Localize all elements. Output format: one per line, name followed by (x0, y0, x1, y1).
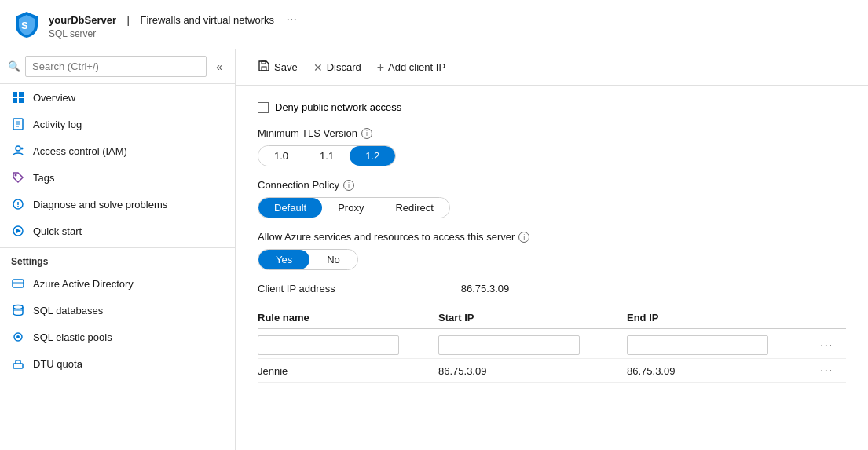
sidebar-label-quickstart: Quick start (33, 225, 82, 237)
connection-toggle-group: Default Proxy Redirect (258, 197, 450, 218)
settings-section-label: Settings (0, 247, 235, 270)
tls-toggle-group: 1.0 1.1 1.2 (258, 145, 396, 166)
svg-text:S: S (21, 20, 28, 31)
sidebar-label-overview: Overview (33, 92, 75, 104)
connection-info-icon[interactable]: i (343, 180, 354, 191)
activity-log-icon (11, 117, 25, 131)
svg-point-9 (16, 146, 20, 151)
sidebar-label-activity-log: Activity log (33, 119, 82, 130)
client-ip-label: Client IP address (258, 283, 335, 295)
rule-name-cell-jennie: Jennie (258, 365, 438, 377)
sidebar-label-tags: Tags (33, 172, 54, 184)
no-option[interactable]: No (309, 250, 357, 269)
col-end-ip: End IP (627, 312, 815, 324)
toolbar: Save ✕ Discard + Add client IP (236, 49, 868, 86)
table-row: Jennie 86.75.3.09 86.75.3.09 ··· (258, 359, 846, 383)
svg-rect-4 (19, 98, 24, 103)
client-ip-value: 86.75.3.09 (461, 283, 509, 295)
main-panel: Save ✕ Discard + Add client IP Deny publ… (236, 49, 868, 450)
discard-button[interactable]: ✕ Discard (307, 57, 368, 78)
connection-option-default[interactable]: Default (258, 198, 322, 218)
col-rule-name: Rule name (258, 312, 438, 324)
sidebar-item-diagnose[interactable]: Diagnose and solve problems (0, 191, 235, 218)
start-ip-jennie: 86.75.3.09 (438, 365, 486, 377)
svg-point-11 (15, 174, 17, 177)
header-ellipsis[interactable]: ··· (287, 13, 297, 26)
sidebar-item-overview[interactable]: Overview (0, 84, 235, 111)
sidebar-item-sql-databases[interactable]: SQL databases (0, 297, 235, 324)
tls-option-1-2[interactable]: 1.2 (350, 146, 395, 166)
empty-row-actions: ··· (815, 337, 837, 354)
yes-option[interactable]: Yes (258, 250, 309, 269)
tags-icon (11, 170, 25, 185)
save-button[interactable]: Save (251, 56, 304, 79)
tls-option-1-0[interactable]: 1.0 (258, 146, 304, 166)
sidebar-item-quickstart[interactable]: Quick start (0, 218, 235, 244)
svg-rect-23 (13, 364, 23, 368)
elastic-icon (11, 330, 25, 344)
iam-icon (11, 144, 25, 158)
deny-public-checkbox[interactable] (258, 102, 269, 113)
sidebar-item-tags[interactable]: Tags (0, 164, 235, 191)
svg-rect-3 (13, 98, 17, 103)
search-input[interactable] (25, 56, 207, 77)
add-client-ip-button[interactable]: + Add client IP (371, 57, 452, 79)
sidebar-item-access-control[interactable]: Access control (IAM) (0, 137, 235, 164)
deny-public-row: Deny public network access (258, 101, 846, 113)
azure-shield-icon: S (13, 10, 41, 38)
svg-rect-25 (262, 61, 266, 64)
svg-marker-16 (16, 229, 21, 233)
sidebar-label-iam: Access control (IAM) (33, 145, 127, 157)
rule-name-input[interactable] (258, 335, 399, 355)
search-icon: 🔍 (8, 60, 20, 72)
rule-name-cell-empty (258, 335, 438, 355)
connection-option-proxy[interactable]: Proxy (322, 198, 379, 218)
dtu-icon (11, 357, 25, 371)
svg-rect-2 (19, 92, 24, 97)
tls-info-icon[interactable]: i (361, 128, 372, 139)
end-ip-input[interactable] (627, 335, 768, 355)
svg-rect-17 (13, 280, 24, 287)
allow-azure-info-icon[interactable]: i (518, 232, 529, 243)
svg-point-19 (13, 305, 23, 309)
quickstart-icon (11, 224, 25, 238)
end-ip-cell-jennie: 86.75.3.09 (627, 365, 815, 377)
start-ip-cell-empty (438, 335, 627, 355)
table-header: Rule name Start IP End IP (258, 307, 846, 329)
table-empty-row: ··· (258, 332, 846, 359)
jennie-row-menu-button[interactable]: ··· (815, 362, 837, 379)
svg-point-22 (16, 335, 20, 338)
tls-option-1-1[interactable]: 1.1 (304, 146, 350, 166)
sidebar-item-activity-log[interactable]: Activity log (0, 111, 235, 137)
overview-icon (11, 90, 25, 104)
header-subtitle: SQL server (49, 28, 297, 39)
content-area: Deny public network access Minimum TLS V… (236, 86, 868, 450)
yes-no-toggle-group: Yes No (258, 249, 358, 270)
allow-azure-field-label: Allow Azure services and resources to ac… (258, 231, 846, 243)
sidebar: 🔍 « Overview Activity log Access control… (0, 49, 236, 450)
discard-icon: ✕ (313, 61, 323, 74)
page-header: S yourDbServer | Firewalls and virtual n… (0, 0, 868, 49)
connection-field-label: Connection Policy i (258, 179, 846, 191)
rule-name-jennie: Jennie (258, 365, 288, 377)
connection-option-redirect[interactable]: Redirect (379, 198, 449, 218)
col-start-ip: Start IP (438, 312, 627, 324)
page-title: yourDbServer | Firewalls and virtual net… (49, 9, 297, 27)
collapse-button[interactable]: « (211, 57, 227, 76)
diagnose-icon (11, 197, 25, 211)
sidebar-label-dtu-quota: DTU quota (33, 358, 82, 370)
start-ip-cell-jennie: 86.75.3.09 (438, 365, 627, 377)
end-ip-jennie: 86.75.3.09 (627, 365, 675, 377)
sidebar-item-sql-elastic[interactable]: SQL elastic pools (0, 324, 235, 350)
main-layout: 🔍 « Overview Activity log Access control… (0, 49, 868, 450)
sidebar-item-dtu-quota[interactable]: DTU quota (0, 350, 235, 377)
search-bar: 🔍 « (0, 49, 235, 84)
empty-row-menu-button[interactable]: ··· (815, 337, 837, 354)
sidebar-item-aad[interactable]: Azure Active Directory (0, 270, 235, 297)
add-icon: + (377, 60, 384, 75)
deny-public-label: Deny public network access (275, 101, 401, 113)
start-ip-input[interactable] (438, 335, 580, 355)
svg-rect-1 (13, 92, 17, 97)
save-label: Save (274, 61, 298, 73)
title-area: yourDbServer | Firewalls and virtual net… (49, 9, 297, 39)
